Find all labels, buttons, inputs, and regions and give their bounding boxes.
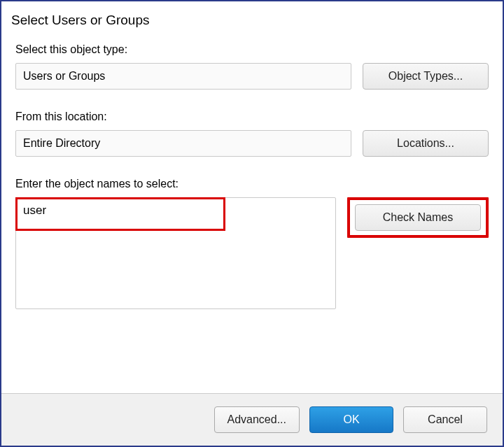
location-label: From this location:: [15, 111, 489, 123]
location-field[interactable]: Entire Directory: [15, 130, 351, 157]
object-types-button[interactable]: Object Types...: [363, 63, 489, 90]
location-row: Entire Directory Locations...: [15, 130, 489, 157]
object-names-row: Check Names: [15, 197, 489, 311]
dialog-title: Select Users or Groups: [11, 13, 489, 28]
cancel-button[interactable]: Cancel: [403, 406, 487, 433]
check-names-button[interactable]: Check Names: [355, 204, 481, 231]
object-names-field-wrap: [15, 197, 336, 311]
object-type-label: Select this object type:: [15, 43, 489, 56]
dialog-footer: Advanced... OK Cancel: [1, 393, 503, 446]
dialog-body: Select Users or Groups Select this objec…: [1, 1, 503, 393]
select-users-dialog: Select Users or Groups Select this objec…: [0, 0, 504, 447]
locations-button[interactable]: Locations...: [363, 130, 489, 157]
object-names-label: Enter the object names to select:: [15, 178, 489, 190]
object-type-field[interactable]: Users or Groups: [15, 63, 351, 90]
object-type-row: Users or Groups Object Types...: [15, 63, 489, 90]
advanced-button[interactable]: Advanced...: [214, 406, 300, 433]
ok-button[interactable]: OK: [309, 406, 393, 433]
object-names-input[interactable]: [15, 197, 336, 309]
highlight-button-annotation: Check Names: [347, 197, 489, 238]
